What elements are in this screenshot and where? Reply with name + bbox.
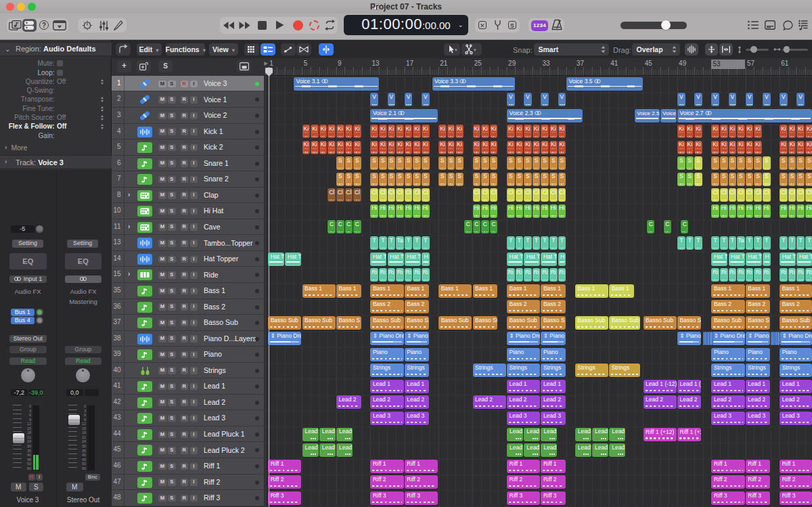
svg-text:▾: ▾ bbox=[474, 47, 476, 52]
svg-text:▾: ▾ bbox=[455, 47, 457, 52]
